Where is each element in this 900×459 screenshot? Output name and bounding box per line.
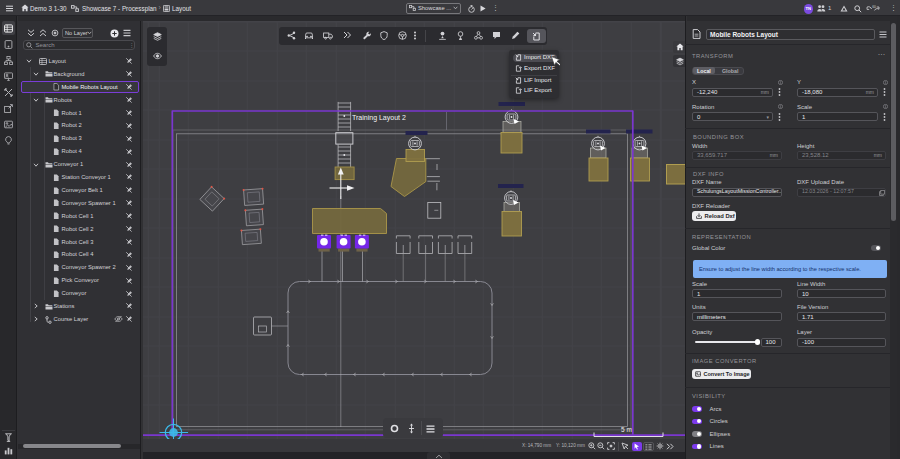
svg-text:60: 60 [872, 5, 876, 9]
